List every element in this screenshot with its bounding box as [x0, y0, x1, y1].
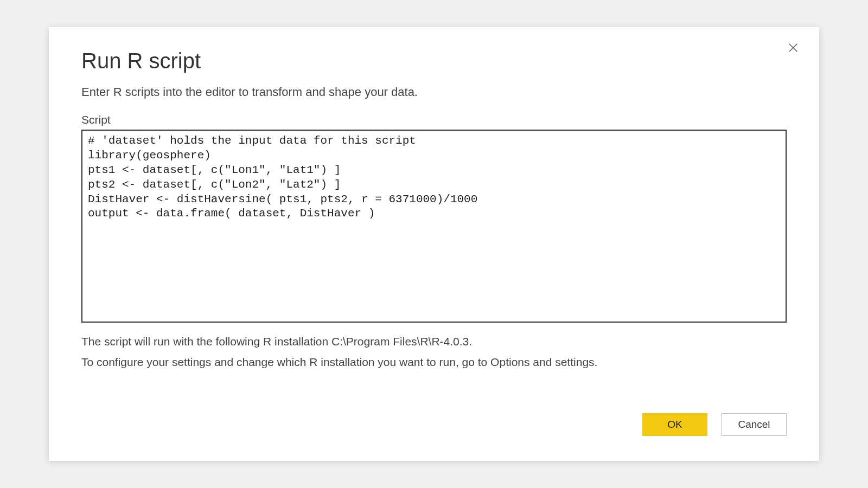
script-label: Script	[81, 113, 787, 126]
dialog-title: Run R script	[81, 49, 787, 73]
close-button[interactable]	[782, 37, 804, 59]
dialog-button-row: OK Cancel	[642, 413, 787, 436]
close-icon	[787, 42, 799, 54]
r-settings-hint-text: To configure your settings and change wh…	[81, 353, 787, 371]
ok-button[interactable]: OK	[642, 413, 707, 436]
script-editor[interactable]	[81, 130, 787, 323]
dialog-subtitle: Enter R scripts into the editor to trans…	[81, 85, 787, 99]
r-install-path-text: The script will run with the following R…	[81, 332, 787, 351]
run-r-script-dialog: Run R script Enter R scripts into the ed…	[49, 27, 819, 461]
cancel-button[interactable]: Cancel	[722, 413, 787, 436]
